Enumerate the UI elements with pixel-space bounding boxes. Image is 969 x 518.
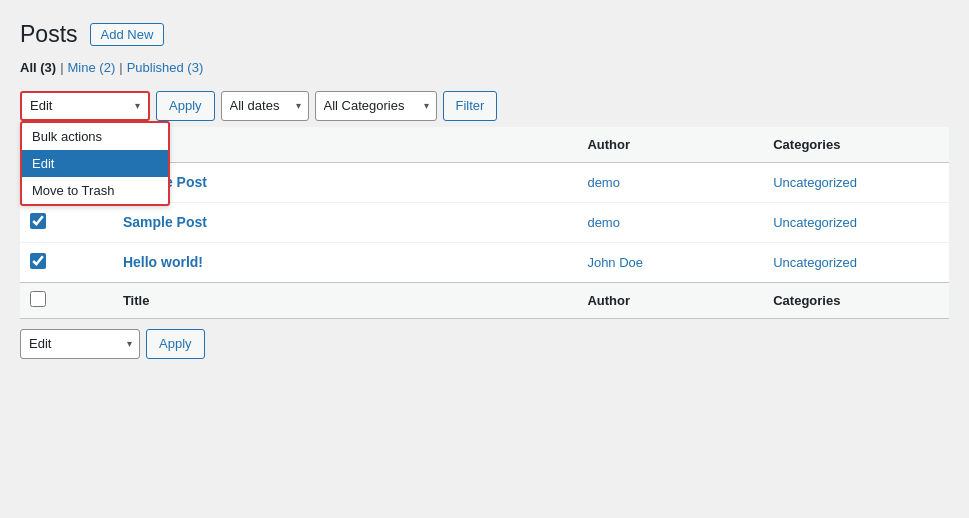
page-header: Posts Add New: [20, 20, 949, 50]
filter-links: All (3) | Mine (2) | Published (3): [20, 60, 949, 75]
table-row: Hello world!John DoeUncategorized: [20, 242, 949, 282]
bulk-action-item-edit[interactable]: Edit: [22, 150, 168, 177]
dates-filter-wrapper: All dates 2024 2023 ▾: [221, 91, 309, 121]
page-title: Posts: [20, 20, 78, 50]
sep1: |: [60, 60, 63, 75]
published-filter-link[interactable]: Published (3): [127, 60, 204, 75]
select-all-footer-checkbox[interactable]: [30, 291, 46, 307]
apply-bottom-button[interactable]: Apply: [146, 329, 205, 359]
dates-filter-select[interactable]: All dates 2024 2023: [221, 91, 309, 121]
bulk-action-dropdown-wrapper[interactable]: Edit ▾ Bulk actions Edit Move to Trash: [20, 91, 150, 121]
categories-filter-select[interactable]: All Categories Uncategorized: [315, 91, 437, 121]
category-link-2[interactable]: Uncategorized: [773, 255, 857, 270]
dropdown-chevron-icon: ▾: [135, 100, 140, 111]
footer-col-checkbox: [20, 282, 113, 318]
bulk-action-menu: Bulk actions Edit Move to Trash: [20, 121, 170, 206]
col-title-header: Title: [113, 127, 578, 163]
post-title-link-1[interactable]: Sample Post: [123, 214, 207, 230]
apply-top-button[interactable]: Apply: [156, 91, 215, 121]
mine-filter-link[interactable]: Mine (2): [68, 60, 116, 75]
categories-filter-wrapper: All Categories Uncategorized ▾: [315, 91, 437, 121]
footer-col-title: Title: [113, 282, 578, 318]
bulk-action-select-display[interactable]: Edit ▾: [20, 91, 150, 121]
category-link-0[interactable]: Uncategorized: [773, 175, 857, 190]
bulk-action-item-trash[interactable]: Move to Trash: [22, 177, 168, 204]
sep2: |: [119, 60, 122, 75]
category-link-1[interactable]: Uncategorized: [773, 215, 857, 230]
footer-col-categories: Categories: [763, 282, 949, 318]
add-new-button[interactable]: Add New: [90, 23, 165, 46]
footer-col-author: Author: [577, 282, 763, 318]
table-footer-row: Title Author Categories: [20, 282, 949, 318]
row-checkbox-2[interactable]: [30, 253, 46, 269]
bottom-tablenav: Edit Bulk actions Move to Trash ▾ Apply: [20, 323, 949, 365]
col-author-header: Author: [577, 127, 763, 163]
author-link-1[interactable]: demo: [587, 215, 620, 230]
bottom-bulk-action-select[interactable]: Edit Bulk actions Move to Trash: [20, 329, 140, 359]
table-row: Sample PostdemoUncategorized: [20, 202, 949, 242]
bulk-action-selected-label: Edit: [30, 98, 52, 113]
bulk-action-item-bulk[interactable]: Bulk actions: [22, 123, 168, 150]
author-link-0[interactable]: demo: [587, 175, 620, 190]
row-checkbox-1[interactable]: [30, 213, 46, 229]
filter-button[interactable]: Filter: [443, 91, 498, 121]
all-filter-link[interactable]: All (3): [20, 60, 56, 75]
col-categories-header: Categories: [763, 127, 949, 163]
author-link-2[interactable]: John Doe: [587, 255, 643, 270]
post-title-link-2[interactable]: Hello world!: [123, 254, 203, 270]
bottom-bulk-action-wrapper: Edit Bulk actions Move to Trash ▾: [20, 329, 140, 359]
top-tablenav: Edit ▾ Bulk actions Edit Move to Trash A…: [20, 85, 949, 127]
